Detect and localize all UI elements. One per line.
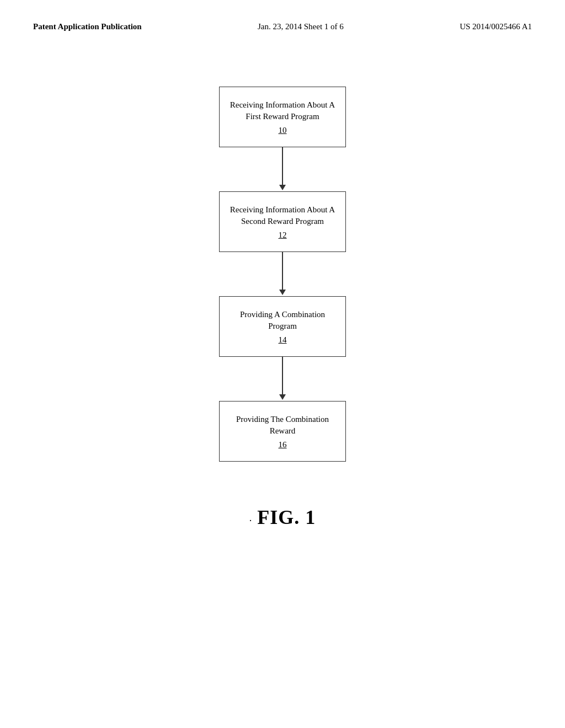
- header-publication-type: Patent Application Publication: [33, 22, 142, 31]
- page-header: Patent Application Publication Jan. 23, …: [0, 0, 565, 42]
- flowchart: Receiving Information About A First Rewa…: [219, 87, 346, 462]
- flowchart-arrow-3: [279, 357, 286, 401]
- figure-caption: · FIG. 1: [249, 506, 316, 529]
- flowchart-box-14: Providing A Combination Program 14: [219, 296, 346, 357]
- flowchart-box-14-number: 14: [279, 335, 287, 345]
- arrow-head-1: [279, 185, 286, 190]
- arrow-line-1: [282, 147, 283, 185]
- flowchart-box-16-number: 16: [279, 440, 287, 449]
- flowchart-arrow-1: [279, 147, 286, 191]
- flowchart-box-10-number: 10: [279, 126, 287, 135]
- figure-caption-label: FIG. 1: [257, 506, 316, 529]
- flowchart-box-12-number: 12: [279, 231, 287, 240]
- arrow-line-2: [282, 252, 283, 290]
- main-content: Receiving Information About A First Rewa…: [0, 42, 565, 529]
- flowchart-box-10: Receiving Information About A First Rewa…: [219, 87, 346, 147]
- flowchart-arrow-2: [279, 252, 286, 296]
- flowchart-box-16-text: Providing The Combination Reward: [228, 414, 337, 437]
- flowchart-box-12-text: Receiving Information About A Second Rew…: [228, 204, 337, 227]
- header-date-sheet: Jan. 23, 2014 Sheet 1 of 6: [258, 22, 344, 31]
- figure-caption-dot: ·: [249, 515, 252, 527]
- header-patent-number: US 2014/0025466 A1: [460, 22, 532, 31]
- arrow-head-3: [279, 394, 286, 400]
- flowchart-box-16: Providing The Combination Reward 16: [219, 401, 346, 462]
- flowchart-box-10-text: Receiving Information About A First Rewa…: [228, 99, 337, 122]
- flowchart-box-12: Receiving Information About A Second Rew…: [219, 191, 346, 252]
- arrow-line-3: [282, 357, 283, 394]
- flowchart-box-14-text: Providing A Combination Program: [228, 309, 337, 332]
- arrow-head-2: [279, 290, 286, 295]
